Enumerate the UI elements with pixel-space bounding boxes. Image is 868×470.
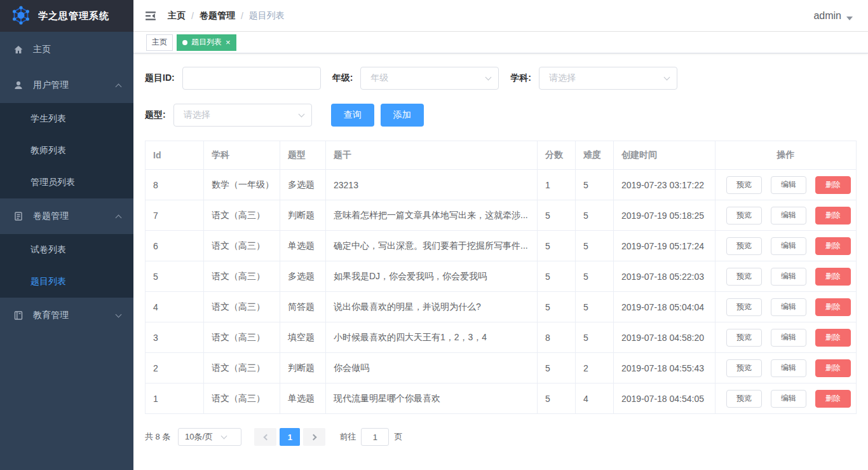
delete-button[interactable]: 删除 [815, 237, 851, 255]
edit-button[interactable]: 编辑 [771, 207, 806, 225]
preview-button[interactable]: 预览 [726, 268, 762, 286]
cell-id: 6 [146, 231, 204, 261]
cell-stem: 意味着怎样把一篇文章具体地写出来，这就牵涉... [326, 200, 538, 231]
sidebar-item-label: 教育管理 [33, 310, 116, 321]
cell-actions: 预览 编辑 删除 [715, 200, 857, 231]
preview-button[interactable]: 预览 [726, 298, 762, 316]
cell-created: 2019-07-19 05:18:25 [614, 200, 715, 231]
cell-id: 4 [146, 292, 204, 322]
preview-button[interactable]: 预览 [726, 390, 762, 408]
chevron-down-icon [298, 111, 304, 117]
question-type-select[interactable]: 请选择 [173, 104, 312, 127]
tag-home[interactable]: 主页 [146, 34, 173, 51]
preview-button[interactable]: 预览 [726, 176, 762, 194]
edit-button[interactable]: 编辑 [771, 359, 806, 377]
cell-difficulty: 5 [576, 292, 614, 322]
delete-button[interactable]: 删除 [815, 268, 851, 286]
sidebar-item-label: 学生列表 [31, 113, 66, 125]
cell-id: 1 [146, 384, 204, 414]
table-header-row: Id 学科 题型 题干 分数 难度 创建时间 操作 [146, 141, 857, 170]
question-id-group: 题目ID: [145, 67, 321, 90]
preview-button[interactable]: 预览 [726, 329, 762, 347]
sidebar-item-teacher-list[interactable]: 教师列表 [0, 135, 133, 167]
sidebar-item-exam-paper-list[interactable]: 试卷列表 [0, 234, 133, 266]
tag-question-list[interactable]: 题目列表 × [177, 34, 236, 51]
cell-type: 单选题 [280, 231, 326, 261]
main-content: 题目ID: 年级: 年级 学科: 请选择 [133, 53, 868, 470]
question-id-input[interactable] [182, 67, 321, 90]
cell-type: 判断题 [280, 200, 326, 231]
cell-type: 判断题 [280, 353, 326, 384]
sidebar-item-label: 题目列表 [31, 276, 66, 287]
sidebar-item-admin-list[interactable]: 管理员列表 [0, 167, 133, 198]
search-button[interactable]: 查询 [331, 104, 374, 127]
pagination: 共 8 条 10条/页 1 前往 页 [145, 428, 857, 446]
delete-button[interactable]: 删除 [815, 329, 851, 347]
page-size-select[interactable]: 10条/页 [178, 428, 241, 446]
delete-button[interactable]: 删除 [815, 207, 851, 225]
sidebar-item-education-management[interactable]: 教育管理 [0, 298, 133, 333]
sidebar-fold-icon[interactable] [145, 11, 156, 21]
select-placeholder: 年级 [370, 73, 486, 84]
delete-button[interactable]: 删除 [815, 298, 851, 316]
cell-score: 1 [538, 170, 576, 200]
chevron-left-icon [264, 434, 270, 440]
delete-button[interactable]: 删除 [815, 359, 851, 377]
submenu-paper-management: 试卷列表 题目列表 [0, 234, 133, 298]
select-placeholder: 请选择 [184, 109, 299, 121]
cell-score: 5 [538, 292, 576, 322]
sidebar-item-question-list[interactable]: 题目列表 [0, 266, 133, 298]
cell-actions: 预览 编辑 删除 [715, 261, 857, 292]
cell-difficulty: 5 [576, 231, 614, 261]
add-button[interactable]: 添加 [381, 104, 424, 127]
subject-select[interactable]: 请选择 [539, 67, 677, 90]
navbar: 主页 / 卷题管理 / 题目列表 admin [133, 0, 868, 32]
cell-created: 2019-07-18 04:55:43 [614, 353, 715, 384]
sidebar-item-home[interactable]: 主页 [0, 32, 133, 67]
tag-label: 主页 [152, 37, 167, 48]
grade-select[interactable]: 年级 [360, 67, 499, 90]
edit-button[interactable]: 编辑 [771, 329, 806, 347]
cell-actions: 预览 编辑 删除 [715, 231, 857, 261]
delete-button[interactable]: 删除 [815, 176, 851, 194]
question-id-label: 题目ID: [145, 73, 175, 84]
sidebar-item-student-list[interactable]: 学生列表 [0, 103, 133, 135]
cell-subject: 语文（高三） [204, 200, 280, 231]
edit-button[interactable]: 编辑 [771, 176, 806, 194]
sidebar-item-paper-management[interactable]: 卷题管理 [0, 198, 133, 234]
close-icon[interactable]: × [226, 38, 231, 46]
select-placeholder: 请选择 [549, 73, 665, 84]
preview-button[interactable]: 预览 [726, 207, 762, 225]
header-score: 分数 [538, 141, 576, 170]
preview-button[interactable]: 预览 [726, 237, 762, 255]
sidebar-item-label: 管理员列表 [31, 177, 75, 188]
cell-type: 多选题 [280, 261, 326, 292]
cell-score: 5 [538, 384, 576, 414]
cell-subject: 语文（高三） [204, 322, 280, 353]
table-row: 8 数学（一年级） 多选题 23213 1 5 2019-07-23 03:17… [146, 170, 857, 200]
breadcrumb-paper-management[interactable]: 卷题管理 [200, 10, 235, 22]
goto-label: 前往 [339, 431, 356, 443]
next-page-button[interactable] [303, 428, 325, 446]
preview-button[interactable]: 预览 [726, 359, 762, 377]
edit-button[interactable]: 编辑 [771, 298, 806, 316]
edit-button[interactable]: 编辑 [771, 390, 806, 408]
user-dropdown[interactable]: admin [813, 10, 853, 22]
cell-subject: 语文（高三） [204, 353, 280, 384]
edit-button[interactable]: 编辑 [771, 237, 806, 255]
book-icon [13, 310, 24, 321]
cell-difficulty: 5 [576, 200, 614, 231]
cell-id: 3 [146, 322, 204, 353]
sidebar-item-label: 主页 [33, 44, 121, 55]
header-stem: 题干 [326, 141, 538, 170]
breadcrumb-home[interactable]: 主页 [168, 10, 186, 22]
sidebar-item-user-management[interactable]: 用户管理 [0, 67, 133, 103]
header-id: Id [146, 141, 204, 170]
page-number-1[interactable]: 1 [280, 428, 300, 446]
prev-page-button[interactable] [254, 428, 276, 446]
question-type-label: 题型: [145, 109, 166, 121]
goto-page-input[interactable] [361, 428, 389, 446]
delete-button[interactable]: 删除 [815, 390, 851, 408]
edit-button[interactable]: 编辑 [771, 268, 806, 286]
page-size-value: 10条/页 [185, 431, 213, 443]
